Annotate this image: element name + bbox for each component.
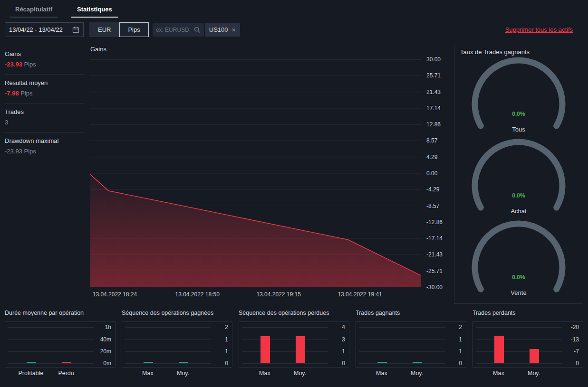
gauge-arc — [466, 57, 571, 129]
bar-chart-x-axis: MaxMoy. — [122, 369, 232, 378]
grid-line — [242, 327, 328, 328]
y-axis-tick: 1 — [459, 336, 462, 343]
date-range-input[interactable]: 13/04/22 - 13/04/22 — [5, 22, 84, 37]
tab-recapitulatif[interactable]: Récapitulatif — [10, 3, 58, 18]
bar-moy — [413, 362, 422, 363]
stat-value: -23.93 — [5, 61, 22, 68]
panel-duration: Durée moyenne par opération 1h40m20m0m P… — [5, 310, 116, 378]
x-axis-label: Max — [142, 370, 154, 377]
x-axis-label: Profitable — [18, 370, 43, 377]
gains-plot-area[interactable] — [90, 59, 421, 287]
grid-line — [476, 363, 562, 364]
grid-line — [476, 351, 562, 352]
bar-chart-x-axis: MaxMoy. — [472, 369, 583, 378]
gauge-label: Achat — [466, 208, 571, 215]
panel-win-sequence: Séquence des opérations gagnées 2110 Max… — [122, 310, 232, 378]
search-icon — [194, 27, 201, 33]
remove-all-assets-link[interactable]: Supprimer tous les actifs — [505, 26, 573, 33]
bar-chart-x-axis: ProfitablePerdu — [5, 369, 116, 378]
stat-unit: Pips — [24, 61, 36, 68]
y-axis-tick: 25.71 — [426, 72, 441, 79]
tab-statistiques[interactable]: Statistiques — [71, 3, 118, 18]
y-axis-tick: -17.14 — [426, 235, 443, 242]
gains-line-chart — [90, 59, 421, 287]
bar-profitable — [27, 362, 36, 363]
gauge-tous: 0.0%Tous — [466, 57, 571, 136]
gains-x-axis: 13.04.2022 18:2413.04.2022 18:5013.04.20… — [90, 288, 421, 299]
toolbar: 13/04/22 - 13/04/22 EUR Pips US100 × Sup… — [0, 18, 588, 42]
y-axis-tick: 8.57 — [426, 137, 437, 144]
y-axis-tick: 4 — [342, 324, 345, 330]
stat-trades: Trades 3 — [5, 104, 85, 132]
bar-chart: 4310 — [239, 321, 349, 368]
y-axis-tick: 0 — [576, 360, 579, 367]
currency-eur-button[interactable]: EUR — [89, 22, 119, 37]
chip-close-icon[interactable]: × — [232, 27, 236, 33]
stat-label: Drawdown maximal — [5, 137, 85, 144]
bar-chart-x-axis: MaxMoy. — [239, 369, 349, 378]
y-axis-tick: -25.71 — [426, 268, 443, 274]
y-axis-tick: -4.29 — [426, 186, 439, 193]
asset-chip-us100[interactable]: US100 × — [205, 23, 240, 37]
bar-max — [494, 336, 504, 364]
bar-max — [144, 362, 153, 363]
unit-toggle-group: EUR Pips — [89, 22, 149, 37]
y-axis-tick: 1 — [459, 348, 462, 355]
panel-title: Séquence des opérations perdues — [239, 310, 349, 316]
bar-chart: -20-13-70 — [472, 321, 583, 368]
stat-gains: Gains -23.93 Pips — [5, 46, 85, 75]
panel-title: Durée moyenne par opération — [5, 310, 116, 316]
y-axis-tick: -30.00 — [426, 284, 443, 291]
gauge-value: 0.0% — [466, 192, 571, 199]
y-axis-tick: -7 — [574, 348, 579, 355]
y-axis-tick: -13 — [571, 336, 579, 343]
y-axis-tick: -20 — [571, 324, 579, 330]
y-axis-tick: 0 — [342, 360, 345, 367]
x-axis-label: 13.04.2022 19:15 — [256, 291, 300, 298]
y-axis-tick: 0 — [459, 360, 462, 367]
grid-line — [8, 363, 94, 364]
grid-line — [476, 340, 562, 340]
stat-value: -7.98 — [5, 90, 19, 97]
gauge-label: Vente — [466, 289, 571, 296]
gauge-value: 0.0% — [466, 111, 571, 117]
gauge-achat: 0.0%Achat — [466, 138, 571, 218]
grid-line — [125, 363, 211, 364]
bar-chart: 2110 — [122, 321, 232, 368]
x-axis-label: Moy. — [177, 370, 189, 377]
x-axis-label: Max — [376, 370, 387, 377]
date-range-value: 13/04/22 - 13/04/22 — [9, 26, 63, 33]
panel-title: Trades perdants — [472, 310, 583, 316]
gains-chart-panel: Gains 30.0025.7121.4317.1412.868.574.290… — [90, 43, 450, 304]
y-axis-tick: 12.86 — [426, 121, 441, 128]
bar-max — [260, 336, 270, 363]
gains-chart-title: Gains — [90, 46, 450, 53]
y-axis-tick: 17.14 — [426, 105, 441, 112]
panel-lose-trades: Trades perdants -20-13-70 MaxMoy. — [472, 310, 583, 378]
stats-sidebar: Gains -23.93 Pips Résultat moyen -7.98 P… — [5, 43, 87, 304]
stat-unit: Pips — [20, 90, 32, 97]
y-axis-tick: 1h — [105, 324, 111, 330]
gauges-list: 0.0%Tous0.0%Achat0.0%Vente — [460, 57, 577, 300]
unit-pips-button[interactable]: Pips — [119, 22, 148, 37]
gauge-arc — [466, 138, 571, 211]
grid-line — [359, 340, 445, 340]
win-rate-title: Taux de Trades gagnants — [460, 48, 577, 56]
gauge-label: Tous — [466, 126, 571, 133]
x-axis-label: Max — [493, 370, 504, 377]
search-input[interactable] — [156, 27, 194, 33]
x-axis-label: Moy. — [294, 370, 306, 377]
x-axis-label: 13.04.2022 18:24 — [93, 291, 137, 298]
bar-moy — [530, 349, 539, 363]
y-axis-tick: 0 — [225, 360, 228, 367]
y-axis-tick: 21.43 — [426, 89, 441, 95]
y-axis-tick: -8.57 — [426, 203, 439, 209]
gains-chart: 30.0025.7121.4317.1412.868.574.290.00-4.… — [90, 59, 450, 302]
stat-unit: Pips — [24, 148, 36, 155]
grid-line — [359, 351, 445, 352]
bar-moy — [179, 362, 188, 363]
bar-chart-x-axis: MaxMoy. — [356, 369, 466, 378]
y-axis-tick: 30.00 — [426, 56, 441, 63]
x-axis-label: 13.04.2022 18:50 — [175, 291, 219, 298]
y-axis-tick: -12.86 — [426, 219, 443, 226]
